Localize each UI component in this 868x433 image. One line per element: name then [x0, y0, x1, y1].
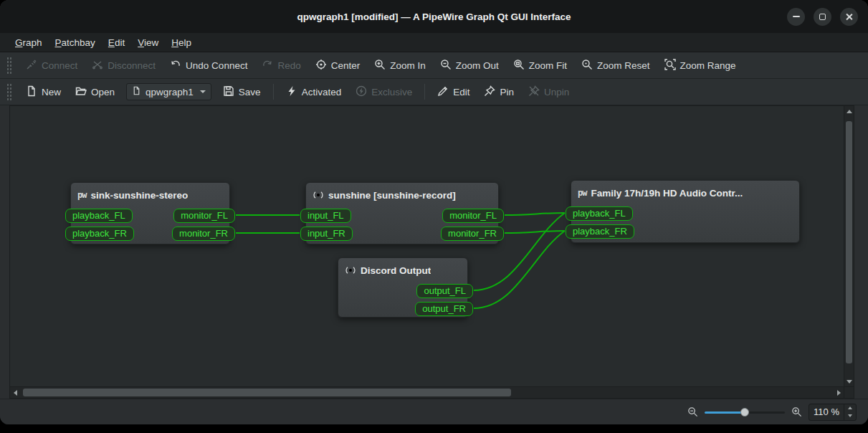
node-header[interactable]: pw sink-sunshine-stereo [71, 183, 229, 207]
node-header[interactable]: pw Family 17h/19h HD Audio Contr... [571, 181, 799, 205]
menu-help[interactable]: Help [165, 34, 198, 51]
zoom-range-label: Zoom Range [680, 60, 736, 71]
exclusive-toggle[interactable]: Exclusive [349, 82, 419, 103]
node-discord-output[interactable]: Discord Output output_FL output_FR [338, 257, 468, 318]
discord-port-output-fr[interactable]: output_FR [415, 302, 473, 316]
zoom-out-label: Zoom Out [456, 60, 499, 71]
activated-toggle[interactable]: Activated [280, 82, 348, 103]
horizontal-scroll-track[interactable] [20, 387, 834, 398]
menu-patchbay[interactable]: Patchbay [49, 34, 102, 51]
save-label: Save [239, 87, 261, 97]
center-button[interactable]: Center [309, 55, 367, 76]
window-controls [787, 0, 858, 33]
patchbay-file-value: qpwgraph1 [146, 87, 194, 97]
center-label: Center [331, 60, 361, 71]
undo-icon [170, 59, 181, 72]
sink-port-playback-fr[interactable]: playback_FR [65, 227, 134, 241]
open-button[interactable]: Open [69, 82, 121, 103]
node-ports: playback_FL playback_FR monitor_FL monit… [71, 207, 229, 241]
sink-port-monitor-fr[interactable]: monitor_FR [172, 227, 235, 241]
titlebar[interactable]: qpwgraph1 [modified] — A PipeWire Graph … [0, 0, 868, 33]
pipewire-icon: pw [77, 190, 86, 200]
redo-button[interactable]: Redo [255, 55, 307, 76]
audio-record-icon [345, 265, 356, 276]
zoom-out-icon[interactable] [687, 406, 698, 417]
wire-sunshine-monitor-fr-to-family-playback-fr[interactable] [505, 231, 565, 233]
node-title: sunshine [sunshine-record] [328, 190, 456, 201]
new-button[interactable]: New [19, 82, 67, 103]
horizontal-scroll-thumb[interactable] [23, 389, 511, 396]
menu-edit[interactable]: Edit [102, 34, 131, 51]
zoom-slider[interactable] [705, 406, 785, 418]
arrow-down-icon [846, 380, 852, 384]
minimize-button[interactable] [787, 8, 805, 26]
zoom-fit-button[interactable]: Zoom Fit [507, 55, 573, 76]
sunshine-port-input-fr[interactable]: input_FR [300, 227, 353, 241]
discord-port-output-fl[interactable]: output_FL [416, 284, 473, 298]
node-title: sink-sunshine-stereo [90, 190, 188, 201]
sink-port-playback-fl[interactable]: playback_FL [65, 209, 133, 223]
sink-port-monitor-fl[interactable]: monitor_FL [173, 209, 235, 223]
graph-canvas[interactable]: pw sink-sunshine-stereo playback_FL play… [10, 106, 844, 386]
disconnect-icon [92, 59, 103, 72]
save-button[interactable]: Save [216, 82, 267, 103]
vertical-scrollbar[interactable] [844, 106, 854, 386]
scroll-right-button[interactable] [834, 387, 844, 398]
connection-wires [10, 106, 844, 386]
statusbar: 110 % [0, 399, 868, 424]
spin-down-button[interactable] [844, 412, 856, 420]
scroll-down-button[interactable] [844, 376, 854, 386]
zoom-value[interactable]: 110 % [809, 404, 844, 420]
maximize-button[interactable] [814, 8, 831, 26]
sunshine-port-input-fl[interactable]: input_FL [300, 209, 351, 223]
zoom-reset-button[interactable]: Zoom Reset [575, 55, 657, 76]
vertical-scroll-thumb[interactable] [846, 121, 852, 363]
connect-button[interactable]: Connect [19, 55, 84, 76]
node-sink-sunshine-stereo[interactable]: pw sink-sunshine-stereo playback_FL play… [70, 182, 230, 244]
zoom-slider-handle[interactable] [740, 408, 749, 417]
node-family-hd-audio[interactable]: pw Family 17h/19h HD Audio Contr... play… [571, 180, 800, 243]
sunshine-port-monitor-fl[interactable]: monitor_FL [442, 209, 504, 223]
menu-view[interactable]: View [131, 34, 165, 51]
node-header[interactable]: sunshine [sunshine-record] [306, 183, 498, 207]
scroll-left-button[interactable] [10, 387, 20, 398]
zoom-fit-icon [513, 59, 525, 72]
family-port-playback-fl[interactable]: playback_FL [566, 206, 633, 221]
spin-up-button[interactable] [844, 404, 856, 412]
center-icon [315, 59, 327, 72]
zoom-range-button[interactable]: Zoom Range [658, 55, 743, 76]
disconnect-label: Disconnect [108, 60, 156, 71]
toolbar-drag-handle[interactable] [6, 83, 11, 100]
zoom-in-button[interactable]: Zoom In [368, 55, 432, 76]
menubar: Graph Patchbay Edit View Help [0, 33, 868, 52]
menu-graph[interactable]: Graph [9, 34, 49, 51]
node-sunshine[interactable]: sunshine [sunshine-record] input_FL inpu… [305, 182, 499, 244]
horizontal-scrollbar[interactable] [10, 386, 844, 398]
zoom-spinbox[interactable]: 110 % [809, 404, 857, 421]
disconnect-button[interactable]: Disconnect [85, 55, 162, 76]
minimize-icon [793, 16, 800, 17]
patchbay-file-selector[interactable]: qpwgraph1 [126, 83, 211, 100]
pin-button[interactable]: Pin [477, 82, 520, 103]
chevron-down-icon [200, 90, 206, 96]
family-port-playback-fr[interactable]: playback_FR [566, 224, 634, 239]
open-label: Open [91, 87, 115, 97]
close-button[interactable] [840, 8, 858, 26]
arrow-up-icon [848, 406, 852, 409]
zoom-in-icon[interactable] [791, 406, 802, 417]
wire-sunshine-monitor-fl-to-family-playback-fl[interactable] [505, 213, 565, 215]
vertical-scroll-track[interactable] [844, 116, 854, 376]
node-header[interactable]: Discord Output [338, 258, 467, 282]
zoom-reset-label: Zoom Reset [597, 60, 650, 71]
new-file-icon [26, 85, 37, 99]
save-icon [223, 85, 234, 99]
undo-connect-button[interactable]: Undo Connect [163, 55, 254, 76]
redo-icon [262, 59, 273, 72]
zoom-out-button[interactable]: Zoom Out [434, 55, 505, 76]
scroll-up-button[interactable] [844, 106, 854, 116]
edit-button[interactable]: Edit [431, 82, 476, 103]
sunshine-port-monitor-fr[interactable]: monitor_FR [441, 227, 504, 241]
unpin-label: Unpin [544, 87, 569, 97]
unpin-button[interactable]: Unpin [522, 82, 576, 103]
toolbar-drag-handle[interactable] [6, 57, 11, 74]
